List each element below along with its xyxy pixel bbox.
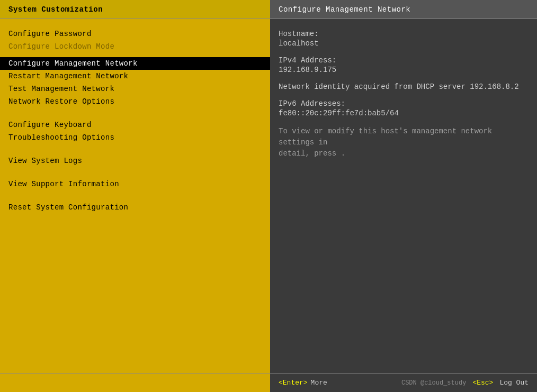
header-right-title: Configure Management Network (270, 0, 537, 19)
header: System Customization Configure Managemen… (0, 0, 537, 19)
menu-item-configure-management-network[interactable]: Configure Management Network (0, 57, 270, 70)
menu-item-view-support-information[interactable]: View Support Information (0, 178, 270, 190)
main-content: Configure Password Configure Lockdown Mo… (0, 19, 537, 373)
menu-group-1: Configure Password Configure Lockdown Mo… (0, 28, 270, 53)
menu-group-3: Configure Keyboard Troubleshooting Optio… (0, 118, 270, 144)
ipv6-block: IPv6 Addresses: fe80::20c:29ff:fe7d:bab5… (279, 99, 529, 117)
menu-item-configure-password[interactable]: Configure Password (0, 28, 270, 40)
enter-key[interactable]: <Enter> (279, 379, 308, 387)
menu-item-restart-management-network[interactable]: Restart Management Network (0, 70, 270, 83)
hostname-label: Hostname: (279, 30, 529, 38)
esc-key[interactable]: <Esc> (472, 379, 493, 387)
dhcp-note: Network identity acquired from DHCP serv… (279, 83, 529, 91)
menu-group-2: Configure Management Network Restart Man… (0, 57, 270, 108)
help-text: To view or modify this host's management… (279, 126, 529, 159)
screen: System Customization Configure Managemen… (0, 0, 537, 392)
menu-item-network-restore-options[interactable]: Network Restore Options (0, 95, 270, 108)
menu-item-troubleshooting-options[interactable]: Troubleshooting Options (0, 131, 270, 144)
menu-item-test-management-network[interactable]: Test Management Network (0, 83, 270, 95)
menu-item-configure-lockdown[interactable]: Configure Lockdown Mode (0, 40, 270, 53)
hostname-value: localhost (279, 39, 529, 48)
footer-right: <Enter> More CSDN @cloud_study <Esc> Log… (270, 373, 537, 392)
logout-label: Log Out (499, 379, 529, 387)
footer-left-spacer (0, 373, 270, 392)
hostname-block: Hostname: localhost (279, 30, 529, 48)
menu-item-configure-keyboard[interactable]: Configure Keyboard (0, 118, 270, 131)
menu-item-reset-system-configuration[interactable]: Reset System Configuration (0, 201, 270, 214)
footer: <Enter> More CSDN @cloud_study <Esc> Log… (0, 373, 537, 392)
ipv4-label: IPv4 Address: (279, 56, 529, 65)
menu-item-view-system-logs[interactable]: View System Logs (0, 154, 270, 167)
right-panel: Hostname: localhost IPv4 Address: 192.16… (270, 19, 537, 373)
menu-group-5: View Support Information (0, 178, 270, 190)
more-label: More (311, 379, 327, 387)
menu-group-4: View System Logs (0, 154, 270, 167)
dhcp-note-block: Network identity acquired from DHCP serv… (279, 83, 529, 91)
ipv4-value: 192.168.9.175 (279, 66, 529, 74)
left-panel: Configure Password Configure Lockdown Mo… (0, 19, 270, 373)
header-left-title: System Customization (0, 0, 270, 19)
ipv4-block: IPv4 Address: 192.168.9.175 (279, 56, 529, 74)
brand-label: CSDN @cloud_study (401, 379, 466, 387)
menu-group-6: Reset System Configuration (0, 201, 270, 214)
ipv6-value: fe80::20c:29ff:fe7d:bab5/64 (279, 109, 529, 117)
footer-enter-action: <Enter> More (279, 379, 327, 387)
ipv6-label: IPv6 Addresses: (279, 99, 529, 108)
